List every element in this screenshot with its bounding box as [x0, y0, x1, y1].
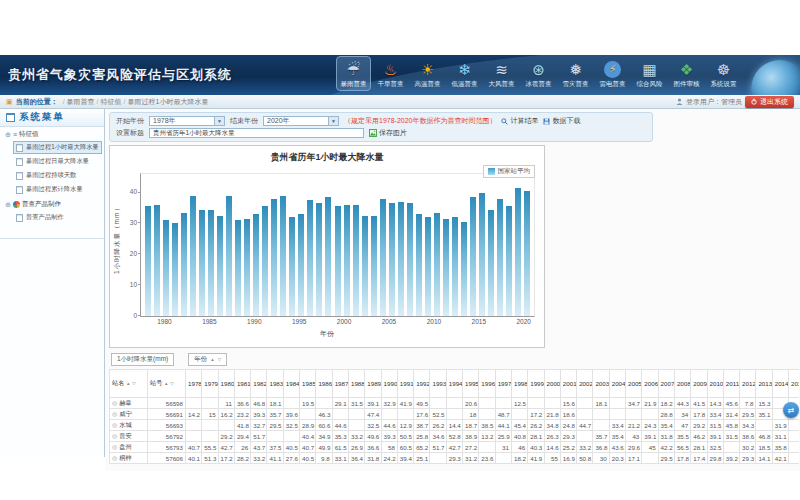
- chart-bar[interactable]: [325, 197, 331, 316]
- chart-bar[interactable]: [443, 219, 449, 316]
- station-name-cell[interactable]: ◎普安: [110, 431, 148, 442]
- breadcrumb-item[interactable]: 特征值: [101, 98, 122, 105]
- chart-bar[interactable]: [335, 206, 341, 316]
- chart-bar[interactable]: [515, 188, 521, 316]
- year-column-header[interactable]: 2014: [772, 370, 788, 398]
- sidebar-item[interactable]: 暴雨过程持续天数: [13, 169, 102, 182]
- toolbar-item-low-temp[interactable]: ❄低温普查: [448, 57, 481, 90]
- year-column-header[interactable]: 1994: [446, 370, 462, 398]
- chart-bar[interactable]: [262, 206, 268, 316]
- year-column-header[interactable]: 1980: [218, 370, 234, 398]
- chart-bar[interactable]: [208, 210, 214, 317]
- year-column-header[interactable]: 1985: [300, 370, 316, 398]
- expand-icon[interactable]: ⊕: [5, 131, 11, 138]
- year-column-header[interactable]: 1989: [365, 370, 381, 398]
- sidebar-item[interactable]: 普查产品制作: [13, 211, 102, 224]
- station-name-cell[interactable]: ◎水城: [110, 420, 148, 431]
- year-column-header[interactable]: 1996: [479, 370, 495, 398]
- year-column-header[interactable]: 2000: [544, 370, 560, 398]
- data-download-button[interactable]: 数据下载: [543, 116, 580, 126]
- chart-bar[interactable]: [506, 206, 512, 316]
- chart-bar[interactable]: [344, 205, 350, 316]
- year-column-header[interactable]: 2008: [674, 370, 690, 398]
- toolbar-item-settings[interactable]: ☸系统设置: [707, 57, 740, 90]
- sort-desc-icon[interactable]: ▽: [132, 381, 135, 386]
- chart-bar[interactable]: [380, 199, 386, 316]
- chart-bar[interactable]: [389, 203, 395, 316]
- chart-bar[interactable]: [434, 213, 440, 316]
- sort-asc-icon[interactable]: ▲: [126, 381, 130, 386]
- year-column-header[interactable]: 2006: [642, 370, 658, 398]
- chart-bar[interactable]: [190, 196, 196, 316]
- chart-bar[interactable]: [398, 202, 404, 316]
- breadcrumb-item[interactable]: 暴雨普查: [67, 98, 95, 105]
- radio-icon[interactable]: ◎: [112, 455, 117, 461]
- sidebar-item[interactable]: 暴雨过程日最大降水量: [13, 155, 102, 168]
- year-column-header[interactable]: 1983: [267, 370, 283, 398]
- year-column-header[interactable]: 1986: [316, 370, 332, 398]
- refresh-float-button[interactable]: ⇄: [783, 402, 799, 418]
- chart-bar[interactable]: [199, 210, 205, 317]
- chart-bar[interactable]: [163, 220, 169, 316]
- radio-icon[interactable]: ◎: [112, 411, 117, 417]
- chart-bar[interactable]: [353, 205, 359, 316]
- chart-bar[interactable]: [307, 200, 313, 316]
- year-column-header[interactable]: 2003: [593, 370, 609, 398]
- chart-bar[interactable]: [316, 203, 322, 316]
- breadcrumb-item[interactable]: 暴雨过程1小时最大降水量: [127, 98, 208, 105]
- chart-bar[interactable]: [416, 214, 422, 316]
- chart-legend[interactable]: 国家站平均: [483, 165, 536, 178]
- sidebar-item[interactable]: 暴雨过程累计降水量: [13, 183, 102, 196]
- year-column-header[interactable]: 1979: [202, 370, 218, 398]
- year-column-header[interactable]: 2001: [560, 370, 576, 398]
- start-year-select[interactable]: 1978年▼: [149, 116, 225, 126]
- chart-bar[interactable]: [244, 219, 250, 316]
- chart-bar[interactable]: [497, 199, 503, 316]
- chart-bar[interactable]: [524, 191, 530, 316]
- chart-bar[interactable]: [371, 216, 377, 316]
- chart-bar[interactable]: [425, 217, 431, 316]
- chart-bar[interactable]: [362, 216, 368, 316]
- station-name-cell[interactable]: ◎桐梓: [110, 453, 148, 464]
- year-column-header[interactable]: 1987: [332, 370, 348, 398]
- sidebar-item[interactable]: 暴雨过程1小时最大降水量: [13, 141, 102, 154]
- chart-bar[interactable]: [226, 196, 232, 316]
- year-column-header[interactable]: 2009: [691, 370, 707, 398]
- year-column-header[interactable]: 1978: [186, 370, 202, 398]
- chart-bar[interactable]: [271, 199, 277, 316]
- year-column-header[interactable]: 2015: [788, 370, 799, 398]
- year-column-header[interactable]: 1998: [511, 370, 527, 398]
- logout-button[interactable]: 退出系统: [745, 96, 794, 108]
- year-column-header[interactable]: 2007: [658, 370, 674, 398]
- year-column-header[interactable]: 1982: [251, 370, 267, 398]
- toolbar-item-hail[interactable]: ⊛冰雹普查: [522, 57, 555, 90]
- chart-bar[interactable]: [217, 216, 223, 316]
- sort-asc-icon[interactable]: ▲: [164, 381, 168, 386]
- year-sort-chip[interactable]: 年份 ▲ ▽: [188, 353, 227, 366]
- unit-chip[interactable]: 1小时降水量(mm): [111, 353, 174, 366]
- chart-bar[interactable]: [452, 217, 458, 316]
- chart-bar[interactable]: [488, 210, 494, 317]
- year-column-header[interactable]: 1999: [528, 370, 544, 398]
- station-name-cell[interactable]: ◎赫章: [110, 398, 148, 409]
- save-image-button[interactable]: 保存图片: [369, 128, 407, 138]
- calc-result-button[interactable]: 计算结果: [501, 116, 538, 126]
- chart-bar[interactable]: [289, 217, 295, 316]
- toolbar-item-high-temp[interactable]: ☀高温普查: [411, 57, 444, 90]
- year-column-header[interactable]: 2004: [609, 370, 625, 398]
- chart-bar[interactable]: [280, 196, 286, 316]
- sidebar-group-product-making[interactable]: ⊕普查产品制作: [0, 197, 104, 210]
- col-station-id-header[interactable]: 站号 ▲ ▽: [148, 370, 186, 398]
- toolbar-item-composite-risk[interactable]: ▦综合风险: [633, 57, 666, 90]
- chart-bar[interactable]: [479, 193, 485, 316]
- sort-desc-icon[interactable]: ▽: [218, 357, 221, 362]
- toolbar-item-map-review[interactable]: ❖图件审核: [670, 57, 703, 90]
- year-column-header[interactable]: 1988: [348, 370, 364, 398]
- toolbar-item-lightning[interactable]: ⚡雷电普查: [596, 57, 629, 90]
- chart-bar[interactable]: [145, 206, 151, 316]
- toolbar-item-snow[interactable]: ❅雪灾普查: [559, 57, 592, 90]
- year-column-header[interactable]: 2005: [626, 370, 642, 398]
- chart-bar[interactable]: [181, 213, 187, 316]
- year-column-header[interactable]: 1997: [495, 370, 511, 398]
- year-column-header[interactable]: 1990: [381, 370, 397, 398]
